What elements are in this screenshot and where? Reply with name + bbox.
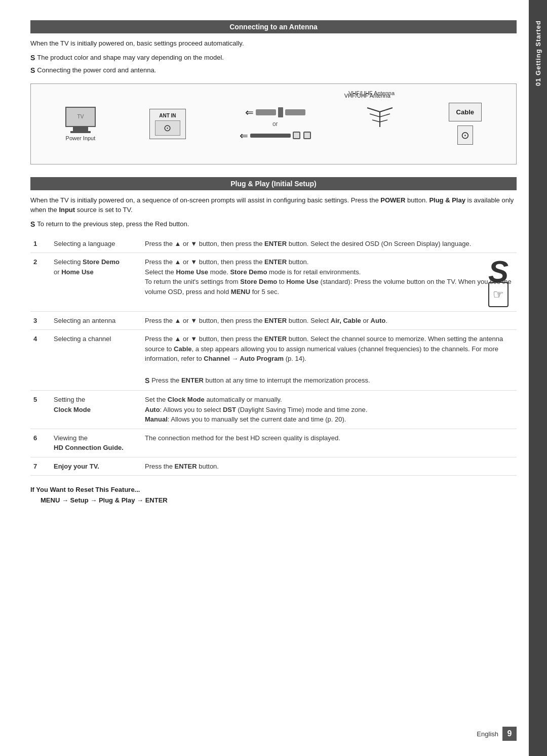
step-desc-5: Set the Clock Mode automatically or manu… [142, 391, 517, 429]
section2-note: S To return to the previous step, press … [30, 219, 517, 230]
step-label-2: Selecting Store Demoor Home Use [51, 253, 142, 312]
step-row-1: 1 Selecting a language Press the ▲ or ▼ … [30, 235, 517, 253]
cable-connectors: ⇐ or ⇐ [240, 106, 311, 142]
reset-section: If You Want to Reset This Feature... MEN… [30, 486, 517, 504]
side-tab: 01 Getting Started [529, 0, 547, 756]
svg-line-5 [372, 120, 380, 122]
reset-path: MENU → Setup → Plug & Play → ENTER [41, 496, 517, 504]
step-row-3: 3 Selecting an antenna Press the ▲ or ▼ … [30, 311, 517, 330]
svg-line-4 [380, 114, 390, 117]
chapter-label: 01 Getting Started [534, 20, 542, 86]
svg-line-1 [367, 108, 380, 112]
svg-line-2 [380, 108, 393, 112]
step-desc-6: The connection method for the best HD sc… [142, 429, 517, 457]
vhf-label-top: VHF/UHF Antenna [344, 93, 390, 99]
tv-illustration: TV Power Input [65, 107, 96, 141]
antenna-area: VHF/UHF Antenna [365, 117, 395, 146]
connector-area: ANT IN ⊙ [149, 109, 186, 139]
antenna-diagram: VHF/UHF Antenna TV Power Input ANT IN ⊙ [30, 83, 517, 164]
svg-line-3 [370, 114, 380, 117]
section1-header: Connecting to an Antenna [30, 20, 517, 33]
step-row-4: 4 Selecting a channel Press the ▲ or ▼ b… [30, 330, 517, 391]
step-num-4: 4 [30, 330, 51, 391]
antenna-symbol [365, 107, 395, 136]
step-row-6: 6 Viewing theHD Connection Guide. The co… [30, 429, 517, 457]
step-num-5: 5 [30, 391, 51, 429]
step-desc-3: Press the ▲ or ▼ button, then press the … [142, 311, 517, 330]
big-s-logo: S [488, 255, 509, 288]
footer: English 9 [477, 727, 517, 741]
step4-note: S Press the ENTER button at any time to … [145, 375, 514, 386]
note-line-1: S The product color and shape may vary d… [30, 53, 517, 63]
step-desc-4: Press the ▲ or ▼ button, then press the … [142, 330, 517, 391]
ant-in-box: ANT IN ⊙ [149, 109, 186, 139]
step-num-1: 1 [30, 235, 51, 253]
tv-stand [73, 127, 88, 131]
step-num-2: 2 [30, 253, 51, 312]
note-line-2: S Connecting the power cord and antenna. [30, 65, 517, 76]
step-desc-1: Press the ▲ or ▼ button, then press the … [142, 235, 517, 253]
page-container: 01 Getting Started Connecting to an Ante… [0, 0, 547, 756]
steps-table: 1 Selecting a language Press the ▲ or ▼ … [30, 235, 517, 476]
svg-line-6 [380, 120, 387, 122]
power-label: Power Input [66, 135, 96, 141]
cable-box: Cable [449, 103, 482, 121]
step-row-5: 5 Setting theClock Mode Set the Clock Mo… [30, 391, 517, 429]
cable-area: Cable ⊙ [449, 103, 482, 145]
page-number: 9 [502, 727, 517, 741]
step-label-1: Selecting a language [51, 235, 142, 253]
step-row-2: 2 Selecting Store Demoor Home Use Press … [30, 253, 517, 312]
step-label-5: Setting theClock Mode [51, 391, 142, 429]
step-label-3: Selecting an antenna [51, 311, 142, 330]
reset-title: If You Want to Reset This Feature... [30, 486, 517, 493]
section2-header: Plug & Play (Initial Setup) [30, 177, 517, 190]
step-label-7: Enjoy your TV. [51, 457, 142, 476]
tv-base [70, 131, 91, 133]
step-desc-2: Press the ▲ or ▼ button, then press the … [142, 253, 517, 312]
tv-screen: TV [65, 107, 96, 127]
cable-connector: ⊙ [457, 125, 473, 145]
step-num-7: 7 [30, 457, 51, 476]
language-label: English [477, 730, 498, 738]
step-num-6: 6 [30, 429, 51, 457]
step-label-4: Selecting a channel [51, 330, 142, 391]
step-desc-7: Press the ENTER button. [142, 457, 517, 476]
section1-intro: When the TV is initially powered on, bas… [30, 38, 517, 49]
step-num-3: 3 [30, 311, 51, 330]
or-text: or [272, 120, 278, 128]
section2-intro: When the TV is initially powered on, a s… [30, 195, 517, 215]
step-label-6: Viewing theHD Connection Guide. [51, 429, 142, 457]
step-row-7: 7 Enjoy your TV. Press the ENTER button. [30, 457, 517, 476]
